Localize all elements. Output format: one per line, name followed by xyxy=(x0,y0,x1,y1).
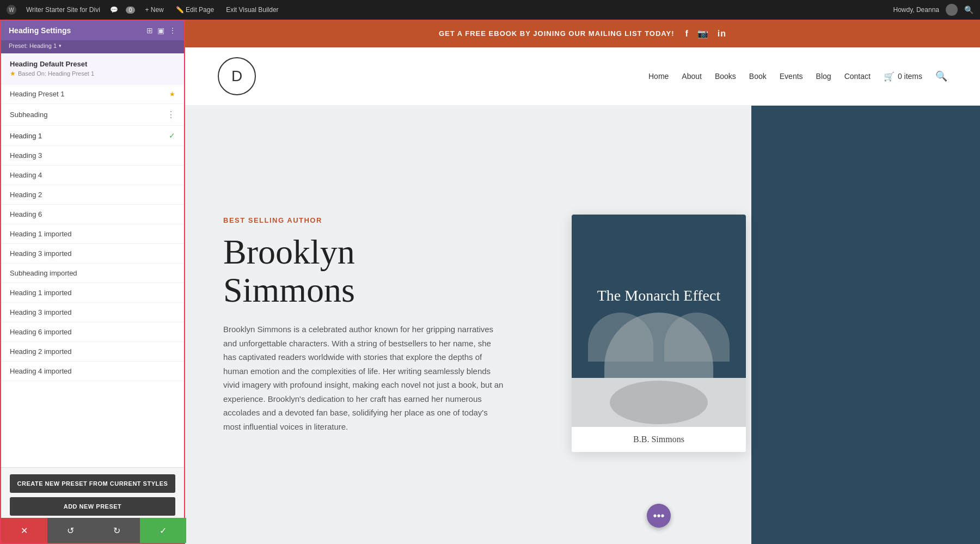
book-cover: The Monarch Effect xyxy=(572,215,746,378)
nav-contact[interactable]: Contact xyxy=(844,72,871,81)
nav-books[interactable]: Books xyxy=(715,72,736,81)
nav-book[interactable]: Book xyxy=(749,72,767,81)
admin-search-icon[interactable]: 🔍 xyxy=(964,5,973,14)
preset-item-6[interactable]: Heading 6 xyxy=(1,205,184,224)
new-link[interactable]: + New xyxy=(143,5,166,15)
default-preset-title: Heading Default Preset xyxy=(10,60,175,68)
undo-button[interactable]: ↺ xyxy=(47,518,94,543)
preset-item-label-8: Heading 3 imported xyxy=(10,249,71,258)
hero-subtitle: BEST SELLING AUTHOR xyxy=(223,216,517,224)
bottom-toolbar: ✕ ↺ ↻ ✓ xyxy=(1,518,186,543)
preset-chevron-icon: ▾ xyxy=(59,43,62,48)
cancel-button[interactable]: ✕ xyxy=(1,518,47,543)
panel-title: Heading Settings xyxy=(9,26,71,35)
edit-page-link[interactable]: ✏️ Edit Page xyxy=(174,5,216,15)
preset-dots-icon-1[interactable]: ⋮ xyxy=(167,109,175,120)
preset-item-2[interactable]: Heading 1 ✓ xyxy=(1,126,184,146)
preset-item-label-0: Heading Preset 1 xyxy=(10,90,64,98)
author-last-name: Simmons xyxy=(223,271,355,309)
preset-item-5[interactable]: Heading 2 xyxy=(1,185,184,205)
banner-text: GET A FREE EBOOK BY JOINING OUR MAILING … xyxy=(439,29,675,38)
facebook-icon[interactable]: f xyxy=(685,29,689,39)
preset-item-label-12: Heading 6 imported xyxy=(10,328,71,336)
user-avatar[interactable] xyxy=(946,4,958,16)
book-card-area: The Monarch Effect B.B. Simmons ••• xyxy=(555,106,762,544)
nav-search-icon[interactable]: 🔍 xyxy=(935,70,947,82)
redo-icon: ↻ xyxy=(113,525,120,536)
hero-section: BEST SELLING AUTHOR Brooklyn Simmons Bro… xyxy=(185,106,980,544)
based-on-text: Based On: Heading Preset 1 xyxy=(18,70,94,77)
instagram-icon[interactable]: 📷 xyxy=(697,28,709,39)
heading-settings-panel: Heading Settings ⊞ ▣ ⋮ Preset: Heading 1… xyxy=(0,20,185,544)
default-preset-section: Heading Default Preset ★ Based On: Headi… xyxy=(1,53,184,84)
preset-item-label-4: Heading 4 xyxy=(10,171,42,179)
nav-about[interactable]: About xyxy=(682,72,702,81)
site-name-link[interactable]: Writer Starter Site for Divi xyxy=(24,5,102,15)
promo-banner: GET A FREE EBOOK BY JOINING OUR MAILING … xyxy=(185,20,980,47)
preset-item-12[interactable]: Heading 6 imported xyxy=(1,322,184,342)
preset-item-label-7: Heading 1 imported xyxy=(10,230,71,238)
preset-item-7[interactable]: Heading 1 imported xyxy=(1,224,184,244)
main-layout: Heading Settings ⊞ ▣ ⋮ Preset: Heading 1… xyxy=(0,20,980,544)
preset-item-11[interactable]: Heading 3 imported xyxy=(1,303,184,322)
nav-blog[interactable]: Blog xyxy=(816,72,831,81)
separator: 💬 xyxy=(110,6,118,14)
nav-home[interactable]: Home xyxy=(648,72,669,81)
preset-item-label-14: Heading 4 imported xyxy=(10,367,71,375)
site-logo[interactable]: D xyxy=(218,57,256,95)
create-preset-button[interactable]: CREATE NEW PRESET FROM CURRENT STYLES xyxy=(10,474,175,493)
preset-item-label-1: Subheading xyxy=(10,111,47,119)
preset-item-10[interactable]: Heading 1 imported xyxy=(1,283,184,303)
panel-header-icons: ⊞ ▣ ⋮ xyxy=(146,26,176,35)
linkedin-icon[interactable]: in xyxy=(718,29,726,39)
book-author: B.B. Simmons xyxy=(572,427,746,452)
preset-star-icon-0: ★ xyxy=(169,90,175,98)
fab-icon: ••• xyxy=(653,510,664,522)
preset-item-4[interactable]: Heading 4 xyxy=(1,166,184,185)
website-preview: GET A FREE EBOOK BY JOINING OUR MAILING … xyxy=(185,20,980,544)
fab-button[interactable]: ••• xyxy=(647,504,671,528)
site-nav: Home About Books Book Events Blog Contac… xyxy=(648,70,947,82)
preset-item-0[interactable]: Heading Preset 1 ★ xyxy=(1,84,184,104)
comment-count: 0 xyxy=(126,7,136,14)
preset-item-3[interactable]: Heading 3 xyxy=(1,146,184,166)
preset-item-14[interactable]: Heading 4 imported xyxy=(1,362,184,381)
nav-cart[interactable]: 🛒 0 items xyxy=(884,71,922,82)
panel-more-icon[interactable]: ⋮ xyxy=(169,26,176,35)
undo-icon: ↺ xyxy=(67,525,74,536)
preset-list: Heading Default Preset ★ Based On: Headi… xyxy=(1,53,184,467)
cart-count: 0 items xyxy=(898,72,922,81)
add-preset-button[interactable]: ADD NEW PRESET xyxy=(10,497,175,516)
preset-item-label-11: Heading 3 imported xyxy=(10,308,71,316)
preset-item-label-5: Heading 2 xyxy=(10,191,42,199)
admin-bar: W Writer Starter Site for Divi 💬 0 + New… xyxy=(0,0,980,20)
preset-selector-bar[interactable]: Preset: Heading 1 ▾ xyxy=(1,40,184,53)
preset-item-label-3: Heading 3 xyxy=(10,151,42,160)
book-title: The Monarch Effect xyxy=(586,286,732,305)
wp-logo-icon[interactable]: W xyxy=(7,5,16,15)
save-button[interactable]: ✓ xyxy=(140,518,186,543)
redo-button[interactable]: ↻ xyxy=(94,518,140,543)
hero-bg-dark xyxy=(751,106,980,544)
default-preset-sub: ★ Based On: Heading Preset 1 xyxy=(10,70,175,77)
howdy-text: Howdy, Deanna xyxy=(893,6,940,14)
preset-item-label-13: Heading 2 imported xyxy=(10,347,71,356)
preset-item-8[interactable]: Heading 3 imported xyxy=(1,244,184,264)
exit-builder-link[interactable]: Exit Visual Builder xyxy=(224,5,281,15)
preset-item-label-6: Heading 6 xyxy=(10,210,42,218)
star-icon: ★ xyxy=(10,70,16,77)
author-first-name: Brooklyn xyxy=(223,233,355,271)
preset-check-icon-2: ✓ xyxy=(169,131,175,140)
author-bio: Brooklyn Simmons is a celebrated author … xyxy=(223,322,506,433)
preset-item-9[interactable]: Subheading imported xyxy=(1,264,184,283)
panel-fullscreen-icon[interactable]: ⊞ xyxy=(146,26,153,35)
panel-split-icon[interactable]: ▣ xyxy=(157,26,164,35)
preset-item-1[interactable]: Subheading ⋮ xyxy=(1,104,184,126)
preset-label: Preset: Heading 1 xyxy=(9,42,57,49)
nav-events[interactable]: Events xyxy=(780,72,803,81)
banner-social-icons: f 📷 in xyxy=(685,28,727,39)
cancel-icon: ✕ xyxy=(21,525,28,536)
preset-item-13[interactable]: Heading 2 imported xyxy=(1,342,184,362)
preset-item-label-9: Subheading imported xyxy=(10,269,77,277)
preset-item-label-10: Heading 1 imported xyxy=(10,289,71,297)
